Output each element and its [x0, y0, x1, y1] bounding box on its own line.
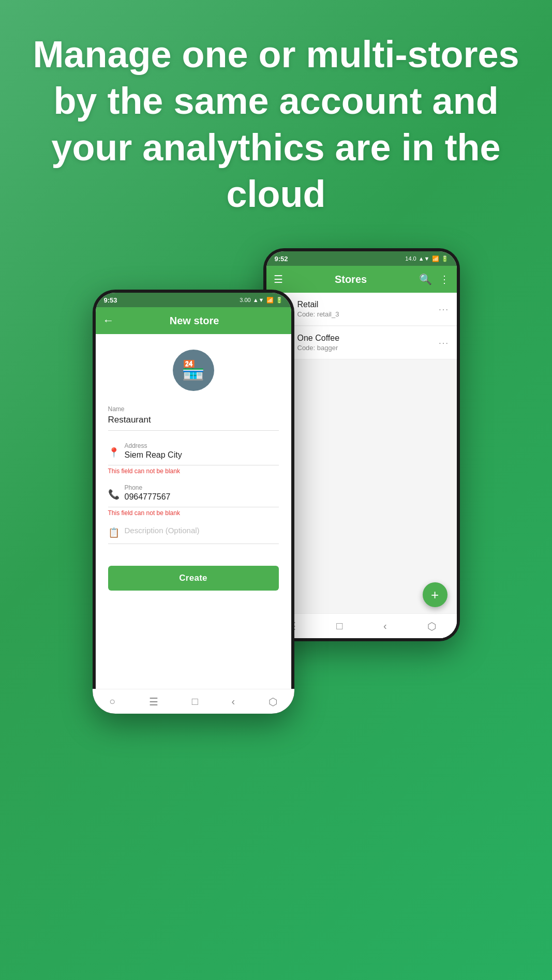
hero-section: Manage one or multi-stores by the same a…	[0, 0, 552, 238]
nav-back-right-icon[interactable]: ‹	[383, 620, 387, 632]
time-right: 9:52	[275, 255, 288, 263]
fab-plus-icon: +	[431, 587, 439, 603]
nav-square-icon[interactable]: □	[192, 696, 198, 707]
phone-label: Phone	[125, 484, 279, 491]
address-value[interactable]: Siem Reap City	[125, 450, 279, 463]
name-field-group: Name Restaurant	[108, 405, 279, 431]
store-avatar-section: 🏪	[108, 350, 279, 391]
store-code-onecoffee: Code: bagger	[297, 344, 438, 352]
address-row: 📍 Address Siem Reap City	[108, 442, 279, 463]
store-icon: 🏪	[182, 359, 205, 381]
nav-phone-right-icon[interactable]: ⬡	[427, 620, 436, 632]
more-btn-onecoffee[interactable]: ⋯	[438, 337, 449, 349]
create-button[interactable]: Create	[108, 566, 279, 591]
phone-value[interactable]: 0964777567	[125, 492, 279, 505]
more-button[interactable]: ⋮	[439, 273, 450, 285]
status-bar-left: 9:53 3.00 ▲▼ 📶 🔋	[96, 293, 291, 307]
description-row: 📋 Description (Optional)	[108, 526, 279, 538]
address-label: Address	[125, 442, 279, 449]
store-item-retail[interactable]: 🏪 Retail Code: retail_3 ⋯	[266, 293, 457, 326]
data-speed-left: 3.00	[240, 297, 250, 303]
back-button[interactable]: ←	[103, 314, 114, 327]
phone-left-inner: 9:53 3.00 ▲▼ 📶 🔋 ← New store 🏪	[96, 293, 291, 711]
nav-back-icon[interactable]: ‹	[232, 696, 235, 707]
app-bar-right: ☰ Stores 🔍 ⋮	[266, 266, 457, 293]
status-icons-right: 14.0 ▲▼ 📶 🔋	[405, 255, 448, 262]
nav-bar-left: ○ ☰ □ ‹ ⬡	[96, 689, 291, 711]
address-divider	[108, 465, 279, 465]
phone-right-inner: 9:52 14.0 ▲▼ 📶 🔋 ☰ Stores 🔍 ⋮ 🏪	[266, 251, 457, 638]
search-button[interactable]: 🔍	[419, 273, 432, 285]
nav-bar-right: ☰ □ ‹ ⬡	[266, 613, 457, 638]
battery-icon-right: 🔋	[441, 255, 449, 262]
phones-container: 9:53 3.00 ▲▼ 📶 🔋 ← New store 🏪	[0, 248, 552, 714]
phone-field-group: 📞 Phone 0964777567 This field can not be…	[108, 484, 279, 517]
name-divider	[108, 430, 279, 431]
hero-line1: Manage one or multi-stores	[33, 34, 519, 75]
nav-circle-icon[interactable]: ○	[109, 696, 115, 707]
phone-error: This field can not be blank	[108, 509, 279, 517]
more-btn-retail[interactable]: ⋯	[438, 303, 449, 315]
nav-square-right-icon[interactable]: □	[336, 620, 342, 632]
name-label: Name	[108, 405, 279, 413]
address-field-group: 📍 Address Siem Reap City This field can …	[108, 442, 279, 475]
time-left: 9:53	[104, 296, 117, 304]
store-name-retail: Retail	[297, 300, 438, 309]
description-field-group: 📋 Description (Optional)	[108, 526, 279, 544]
store-item-onecoffee[interactable]: 🏪 One Coffee Code: bagger ⋯	[266, 326, 457, 359]
data-speed-right: 14.0	[405, 255, 416, 262]
hero-line3: your analythics are in the cloud	[51, 127, 500, 215]
description-icon: 📋	[108, 527, 120, 538]
store-avatar-icon[interactable]: 🏪	[173, 350, 214, 391]
address-error: This field can not be blank	[108, 468, 279, 475]
battery-icon: 🔋	[276, 297, 283, 304]
app-bar-left: ← New store	[96, 307, 291, 334]
store-name-onecoffee: One Coffee	[297, 334, 438, 343]
description-divider	[108, 544, 279, 544]
phone-row: 📞 Phone 0964777567	[108, 484, 279, 505]
app-bar-title-right: Stores	[290, 274, 412, 285]
store-info-retail: Retail Code: retail_3	[297, 300, 438, 318]
phone-divider	[108, 507, 279, 507]
hero-line2: by the same account and	[53, 80, 498, 122]
phone-icon: 📞	[108, 489, 120, 500]
store-info-onecoffee: One Coffee Code: bagger	[297, 334, 438, 352]
location-icon: 📍	[108, 447, 120, 458]
store-code-retail: Code: retail_3	[297, 310, 438, 318]
form-content: 🏪 Name Restaurant 📍 Address Siem Rea	[96, 334, 291, 711]
name-value[interactable]: Restaurant	[108, 413, 279, 428]
wifi-icon: ▲▼	[253, 297, 264, 303]
wifi-icon-right: ▲▼	[419, 255, 430, 262]
status-icons-left: 3.00 ▲▼ 📶 🔋	[240, 297, 282, 304]
menu-button[interactable]: ☰	[274, 273, 283, 285]
app-bar-title-left: New store	[121, 315, 268, 327]
nav-menu-icon[interactable]: ☰	[149, 696, 158, 708]
signal-icon-right: 📶	[432, 255, 439, 262]
nav-phone-icon[interactable]: ⬡	[268, 696, 277, 708]
phone-left: 9:53 3.00 ▲▼ 📶 🔋 ← New store 🏪	[93, 290, 294, 714]
signal-icon: 📶	[266, 297, 274, 304]
fab-button[interactable]: +	[423, 582, 447, 607]
status-bar-right: 9:52 14.0 ▲▼ 📶 🔋	[266, 251, 457, 266]
description-placeholder[interactable]: Description (Optional)	[125, 526, 200, 535]
